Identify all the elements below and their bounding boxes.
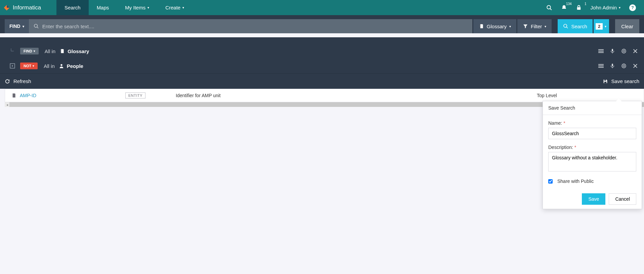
nav-tabs: Search Maps My Items▾ Create▾ — [56, 0, 192, 15]
tree-connector-icon — [5, 48, 20, 54]
chevron-down-icon: ▾ — [34, 49, 35, 53]
svg-rect-12 — [598, 51, 604, 51]
brand-text: Informatica — [13, 4, 41, 11]
chip-label: FIND — [24, 49, 32, 53]
mic-icon[interactable] — [610, 48, 615, 54]
search-button-label: Search — [571, 24, 587, 29]
tab-maps[interactable]: Maps — [89, 0, 117, 15]
menu-icon[interactable] — [598, 48, 604, 54]
target-icon[interactable] — [621, 48, 627, 54]
svg-rect-31 — [604, 79, 606, 80]
help-icon[interactable]: ? — [629, 4, 636, 11]
glossary-label: Glossary — [487, 24, 507, 29]
logo-icon — [3, 4, 10, 11]
glossary-dropdown[interactable]: Glossary ▾ — [473, 19, 516, 33]
notif-badge: 134 — [566, 2, 572, 6]
search-button[interactable]: Search — [558, 19, 593, 33]
refresh-button[interactable]: Refresh — [5, 78, 31, 84]
scope-label: People — [67, 63, 83, 69]
svg-point-2 — [547, 5, 551, 9]
chevron-down-icon: ▾ — [509, 25, 511, 28]
svg-line-6 — [37, 27, 38, 28]
book-icon — [11, 93, 16, 98]
search-input-wrap — [29, 19, 472, 33]
not-chip[interactable]: NOT ▾ — [20, 63, 38, 69]
filter-row-people: NOT ▾ All in People — [5, 58, 639, 73]
tab-myitems[interactable]: My Items▾ — [117, 0, 157, 15]
chevron-down-icon: ▾ — [33, 64, 34, 68]
tab-create[interactable]: Create▾ — [157, 0, 192, 15]
lock-icon[interactable]: 1 — [576, 5, 582, 11]
popover-title: Save Search — [543, 101, 642, 107]
cell-name: AMP-ID — [11, 93, 125, 98]
scope-label: Glossary — [68, 48, 89, 54]
search-icon — [563, 24, 568, 29]
cell-level: Top Level — [537, 93, 638, 98]
svg-rect-23 — [598, 66, 604, 66]
brand[interactable]: Informatica — [0, 0, 48, 15]
user-name: John Admin — [591, 5, 617, 10]
clear-label: Clear — [621, 24, 633, 29]
menu-icon[interactable] — [598, 63, 604, 69]
svg-marker-1 — [7, 5, 9, 7]
mic-icon[interactable] — [610, 63, 615, 69]
table-row[interactable]: AMP-ID ENTITY Identifier for AMP unit To… — [5, 89, 644, 102]
chevron-down-icon: ▾ — [619, 6, 620, 9]
tab-search[interactable]: Search — [56, 0, 89, 15]
chip-label: NOT — [24, 64, 31, 68]
allin-text: All in — [44, 63, 55, 69]
svg-rect-32 — [604, 81, 606, 83]
topnav: Informatica Search Maps My Items▾ Create… — [0, 0, 644, 15]
filter-row-glossary: FIND ▾ All in Glossary — [5, 44, 639, 58]
svg-point-17 — [623, 50, 625, 52]
svg-rect-10 — [60, 49, 61, 53]
lock-badge: 1 — [585, 2, 587, 6]
svg-rect-4 — [577, 7, 581, 10]
save-search-button[interactable]: Save search — [603, 78, 639, 84]
close-icon[interactable] — [633, 48, 638, 54]
svg-rect-33 — [12, 93, 13, 97]
svg-rect-11 — [598, 49, 604, 50]
find-dropdown[interactable]: FIND ▾ — [5, 19, 29, 33]
search-icon — [34, 24, 39, 29]
nav-right: 134 1 John Admin ▾ ? — [546, 0, 644, 15]
chevron-down-icon: ▾ — [182, 6, 184, 9]
svg-point-27 — [622, 64, 626, 68]
row-icons — [598, 63, 639, 69]
save-search-label: Save search — [611, 78, 639, 84]
chevron-down-icon: ▾ — [545, 25, 546, 28]
search-icon[interactable] — [546, 5, 552, 11]
chevron-down-icon: ▾ — [147, 6, 149, 9]
entity-tag: ENTITY — [125, 92, 145, 99]
refresh-icon — [5, 79, 10, 84]
find-label: FIND — [9, 24, 20, 29]
search-count-dropdown[interactable]: 2 ▾ — [594, 19, 609, 33]
chevron-down-icon: ▾ — [605, 25, 606, 28]
find-chip[interactable]: FIND ▾ — [20, 48, 39, 54]
search-input[interactable] — [42, 24, 468, 29]
svg-rect-24 — [598, 67, 604, 68]
clear-button[interactable]: Clear — [615, 19, 639, 33]
refresh-label: Refresh — [13, 78, 31, 84]
svg-point-16 — [622, 49, 626, 53]
filter-dropdown[interactable]: Filter ▾ — [517, 19, 552, 33]
result-link[interactable]: AMP-ID — [20, 93, 36, 98]
svg-line-9 — [566, 27, 568, 28]
book-icon — [59, 48, 65, 54]
svg-point-5 — [34, 24, 37, 27]
target-icon[interactable] — [621, 63, 627, 69]
results-table: AMP-ID ENTITY Identifier for AMP unit To… — [5, 89, 644, 102]
bell-icon[interactable]: 134 — [561, 5, 567, 11]
enter-icon[interactable] — [5, 63, 20, 69]
svg-point-8 — [564, 24, 567, 27]
tab-label: Create — [165, 5, 180, 10]
scroll-left-icon[interactable]: ◂ — [5, 102, 9, 107]
scope-glossary: Glossary — [59, 48, 89, 54]
filter-label: Filter — [531, 24, 542, 29]
book-icon — [479, 24, 484, 29]
svg-rect-7 — [480, 24, 480, 28]
svg-point-21 — [60, 64, 62, 66]
searchbar: FIND ▾ Glossary ▾ Filter ▾ Search 2 ▾ — [5, 19, 639, 33]
user-menu[interactable]: John Admin ▾ — [591, 5, 620, 10]
close-icon[interactable] — [633, 63, 638, 69]
